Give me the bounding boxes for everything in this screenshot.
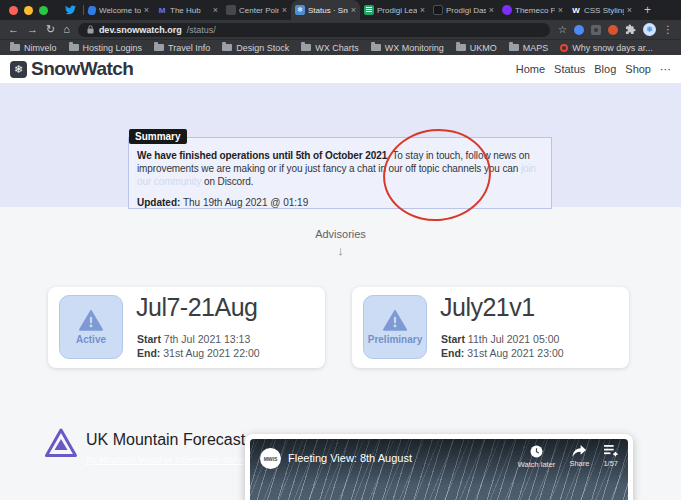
nav-home[interactable]: Home bbox=[516, 63, 545, 75]
bookmark-label: Hosting Logins bbox=[83, 43, 143, 53]
tab-welcome[interactable]: Welcome to Tr × bbox=[84, 0, 153, 20]
advisory-title: July21v1 bbox=[440, 293, 535, 322]
close-tab-icon[interactable]: × bbox=[558, 5, 563, 15]
uk-mountain-forecast-section: UK Mountain Forecast By Mountain Weather… bbox=[44, 427, 252, 467]
bookmark-folder-wx-monitoring[interactable]: WX Monitoring bbox=[371, 43, 444, 53]
share-button[interactable]: Share bbox=[569, 445, 589, 469]
advisory-status-label: Preliminary bbox=[368, 334, 422, 345]
bookmark-label: Why snow days ar... bbox=[572, 43, 653, 53]
bookmark-folder-maps[interactable]: MAPS bbox=[509, 43, 549, 53]
forward-button[interactable]: → bbox=[27, 24, 38, 35]
extension-icon-blue[interactable] bbox=[574, 25, 584, 35]
url-host: dev.snowwatch.org bbox=[99, 25, 182, 35]
tab-css-styling[interactable]: W CSS Styling Li × bbox=[567, 0, 636, 20]
share-arrow-icon bbox=[572, 445, 586, 457]
nav-shop[interactable]: Shop bbox=[625, 63, 651, 75]
browser-menu-icon[interactable]: ⋮ bbox=[663, 24, 673, 35]
tab-themeco-forum[interactable]: Themeco Foru × bbox=[498, 0, 567, 20]
warning-triangle-icon bbox=[79, 310, 103, 331]
tab-title: Welcome to Tr bbox=[99, 6, 141, 15]
back-button[interactable]: ← bbox=[8, 24, 19, 35]
site-logo[interactable]: ❄ SnowWatch bbox=[10, 58, 133, 80]
bookmark-why-snow-days[interactable]: Why snow days ar... bbox=[560, 43, 653, 53]
youtube-player[interactable]: MWIS Fleeting View: 8th August Watch lat… bbox=[250, 439, 628, 500]
bookmark-label: Travel Info bbox=[168, 43, 210, 53]
bookmark-star-icon[interactable]: ☆ bbox=[558, 24, 567, 35]
close-tab-icon[interactable]: × bbox=[213, 5, 218, 15]
tab-strip: Welcome to Tr × M The Hub × Center Point… bbox=[0, 0, 681, 20]
updated-label: Updated: bbox=[137, 197, 180, 208]
advisory-status-badge: Active bbox=[59, 295, 123, 359]
url-path: /status/ bbox=[187, 25, 216, 35]
close-tab-icon[interactable]: × bbox=[144, 5, 149, 15]
advisory-start: Start 7th Jul 2021 13:13 bbox=[137, 332, 260, 346]
tab-title: Center Point - bbox=[239, 6, 279, 15]
extension-icon-camera[interactable] bbox=[591, 25, 601, 35]
bookmark-label: Design Stock bbox=[236, 43, 289, 53]
watch-later-button[interactable]: Watch later bbox=[518, 445, 556, 469]
extension-icon-red[interactable] bbox=[608, 25, 618, 35]
advisory-card-preliminary[interactable]: Preliminary July21v1 Start 11th Jul 2021… bbox=[352, 287, 629, 368]
down-arrow-icon: ↓ bbox=[0, 243, 681, 258]
close-tab-icon[interactable]: × bbox=[420, 5, 425, 15]
close-window-button[interactable] bbox=[9, 6, 18, 15]
mwis-attribution-link[interactable]: By Mountain Weather Information Service bbox=[86, 455, 252, 465]
bookmark-folder-hosting-logins[interactable]: Hosting Logins bbox=[69, 43, 143, 53]
close-tab-icon[interactable]: × bbox=[627, 5, 632, 15]
mwis-channel-avatar[interactable]: MWIS bbox=[260, 448, 281, 469]
summary-updated: Updated: Thu 19th Aug 2021 @ 01:19 bbox=[137, 197, 543, 208]
tab-status-snowwatch-active[interactable]: ❄ Status · Snow × bbox=[291, 0, 360, 20]
bookmark-label: MAPS bbox=[523, 43, 549, 53]
playlist-button[interactable]: 1/57 bbox=[603, 445, 618, 469]
close-tab-icon[interactable]: × bbox=[351, 5, 356, 15]
advisory-end: End: 31st Aug 2021 22:00 bbox=[137, 346, 260, 360]
extensions-puzzle-icon[interactable] bbox=[625, 24, 636, 35]
video-embed-card: MWIS Fleeting View: 8th August Watch lat… bbox=[245, 434, 633, 500]
advisories-heading: Advisories bbox=[0, 228, 681, 240]
end-label: End: bbox=[441, 347, 464, 359]
playlist-count: 1/57 bbox=[603, 459, 618, 468]
video-controls: Watch later Share 1/57 bbox=[518, 445, 618, 469]
tab-the-hub[interactable]: M The Hub × bbox=[153, 0, 222, 20]
advisory-card-active[interactable]: Active Jul7-21Aug Start 7th Jul 2021 13:… bbox=[48, 287, 325, 368]
summary-tail: on Discord. bbox=[204, 176, 253, 187]
bookmark-folder-wx-charts[interactable]: WX Charts bbox=[301, 43, 359, 53]
close-tab-icon[interactable]: × bbox=[489, 5, 494, 15]
site-nav: Home Status Blog Shop ⋯ bbox=[516, 63, 671, 76]
minimize-window-button[interactable] bbox=[24, 6, 33, 15]
bookmarks-bar: Nimvelo Hosting Logins Travel Info Desig… bbox=[0, 39, 681, 55]
nav-more-icon[interactable]: ⋯ bbox=[660, 63, 671, 76]
browser-toolbar: ← → ↻ ⌂ dev.snowwatch.org/status/ ☆ ❄ ⋮ bbox=[0, 20, 681, 39]
close-tab-icon[interactable]: × bbox=[282, 5, 287, 15]
profile-avatar[interactable]: ❄ bbox=[643, 23, 656, 36]
share-label: Share bbox=[569, 459, 589, 468]
tab-center-point[interactable]: Center Point - × bbox=[222, 0, 291, 20]
reload-button[interactable]: ↻ bbox=[46, 24, 55, 35]
start-label: Start bbox=[137, 333, 161, 345]
uk-forecast-title: UK Mountain Forecast bbox=[86, 431, 252, 449]
uk-forecast-text: UK Mountain Forecast By Mountain Weather… bbox=[86, 427, 252, 467]
bookmark-folder-design-stock[interactable]: Design Stock bbox=[222, 43, 289, 53]
tab-prodigi-least[interactable]: Prodigi Least C × bbox=[360, 0, 429, 20]
maximize-window-button[interactable] bbox=[39, 6, 48, 15]
new-tab-button[interactable]: + bbox=[636, 0, 659, 20]
address-bar[interactable]: dev.snowwatch.org/status/ bbox=[78, 23, 550, 37]
home-button[interactable]: ⌂ bbox=[63, 24, 70, 35]
bookmark-folder-ukmo[interactable]: UKMO bbox=[456, 43, 497, 53]
nav-status[interactable]: Status bbox=[554, 63, 585, 75]
bookmark-folder-travel-info[interactable]: Travel Info bbox=[154, 43, 210, 53]
snowwatch-logo-icon: ❄ bbox=[10, 61, 27, 78]
bookmark-folder-nimvelo[interactable]: Nimvelo bbox=[10, 43, 57, 53]
warning-triangle-icon bbox=[383, 310, 407, 331]
clock-icon bbox=[530, 445, 543, 458]
advisory-status-badge: Preliminary bbox=[363, 295, 427, 359]
pinned-tab-twitter[interactable] bbox=[57, 0, 83, 20]
video-title-link[interactable]: Fleeting View: 8th August bbox=[288, 452, 412, 464]
snowwatch-favicon: ❄ bbox=[295, 5, 305, 15]
w3schools-icon: W bbox=[571, 5, 581, 15]
twitter-icon bbox=[65, 5, 76, 15]
nav-blog[interactable]: Blog bbox=[594, 63, 616, 75]
end-value: 31st Aug 2021 22:00 bbox=[163, 347, 259, 359]
tab-prodigi-dashboard[interactable]: Prodigi Dashbo × bbox=[429, 0, 498, 20]
folder-icon bbox=[154, 44, 164, 51]
